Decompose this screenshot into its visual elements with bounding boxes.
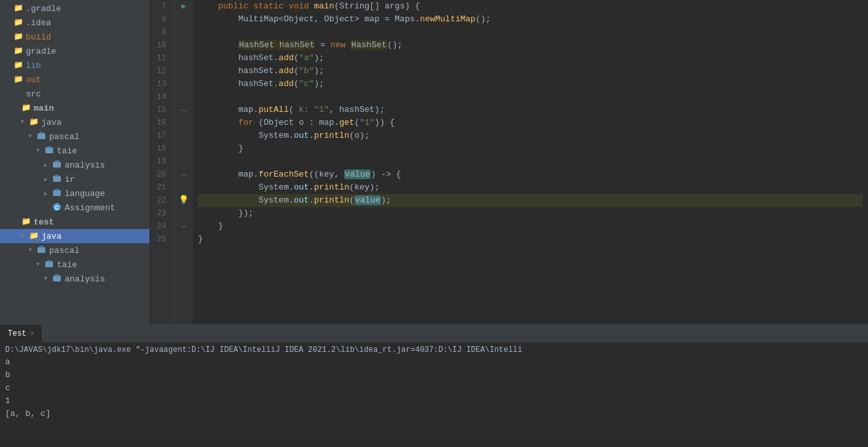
sidebar-item-language[interactable]: ▶language (0, 186, 149, 201)
output-line: a (5, 356, 863, 369)
tab-test-label: Test (8, 329, 27, 338)
code-line-12: hashSet.add("b"); (198, 65, 863, 78)
tree-label-gradle: .gradle (26, 4, 61, 14)
line-number-10: 10 (155, 39, 169, 52)
code-line-11: hashSet.add("a"); (198, 52, 863, 65)
tree-icon-build: 📁 (13, 32, 23, 42)
sidebar-item-taie2[interactable]: ▼taie (0, 257, 149, 272)
editor-area: 78910111213141516171819202122232425 ▶——💡… (150, 0, 868, 324)
gutter-row-7: ▶ (175, 0, 193, 13)
output-line: [a, b, c] (5, 408, 863, 420)
tree-icon-analysis2 (52, 274, 62, 284)
sidebar-item-src[interactable]: src (0, 87, 149, 101)
tree-arrow-language: ▶ (44, 190, 52, 197)
sidebar-item-analysis2[interactable]: ▼analysis (0, 272, 149, 286)
sidebar-item-java[interactable]: ▼📁java (0, 115, 149, 129)
sidebar-item-ir[interactable]: ▶ir (0, 172, 149, 186)
sidebar-item-idea[interactable]: 📁.idea (0, 16, 149, 30)
sidebar-item-pascal2[interactable]: ▼pascal (0, 243, 149, 257)
tree-label-pascal2: pascal (49, 246, 80, 256)
tree-icon-lib: 📁 (13, 60, 23, 71)
output-line: c (5, 382, 863, 395)
tab-close-icon[interactable]: × (30, 330, 35, 338)
line-number-17: 17 (155, 129, 169, 142)
sidebar-item-analysis[interactable]: ▶analysis (0, 158, 149, 172)
svg-rect-1 (39, 132, 43, 134)
tree-label-analysis2: analysis (65, 274, 105, 284)
sidebar-item-taie[interactable]: ▼taie (0, 144, 149, 158)
sidebar-item-gradle[interactable]: 📁.gradle (0, 1, 149, 16)
sidebar-item-java2[interactable]: ▼📁java (0, 229, 149, 243)
sidebar-item-gradle2[interactable]: 📁gradle (0, 44, 149, 58)
code-line-22: System.out.println(value); (198, 194, 863, 207)
gutter-dash-icon: — (181, 104, 186, 116)
tree-label-ir: ir (65, 175, 75, 184)
tree-icon-taie (44, 146, 54, 156)
svg-rect-15 (47, 260, 51, 262)
gutter-row-21 (175, 181, 193, 194)
sidebar-item-test[interactable]: 📁test (0, 215, 149, 229)
line-number-14: 14 (155, 91, 169, 104)
line-number-18: 18 (155, 142, 169, 155)
line-number-23: 23 (155, 207, 169, 220)
svg-rect-17 (55, 274, 59, 276)
code-line-24: } (198, 220, 863, 233)
tree-label-src: src (26, 89, 41, 99)
tree-icon-java: 📁 (28, 117, 39, 127)
tree-arrow-taie: ▼ (36, 147, 44, 154)
gutter: ▶——💡— (175, 0, 193, 324)
run-arrow-icon[interactable]: ▶ (181, 0, 186, 13)
tree-arrow-java: ▼ (21, 119, 28, 125)
tree-icon-pascal2 (36, 245, 47, 256)
tree-arrow-analysis2: ▼ (44, 276, 52, 282)
output-line: 1 (5, 395, 863, 408)
line-number-12: 12 (155, 65, 169, 78)
gutter-row-23 (175, 207, 193, 220)
tree-icon-analysis (52, 160, 62, 170)
tree-icon-java2: 📁 (28, 231, 39, 241)
tree-icon-taie2 (44, 259, 54, 270)
sidebar-item-pascal[interactable]: ▼pascal (0, 129, 149, 144)
svg-rect-3 (47, 146, 51, 148)
bottom-panel: Test× D:\JAVAS\jdk17\bin\java.exe "-java… (0, 324, 868, 447)
tree-label-test: test (34, 217, 54, 227)
bottom-tabs: Test× (0, 325, 868, 343)
sidebar-item-out[interactable]: 📁out (0, 72, 149, 87)
bulb-icon[interactable]: 💡 (179, 194, 189, 207)
line-number-21: 21 (155, 181, 169, 194)
line-number-22: 22 (155, 194, 169, 207)
line-number-15: 15 (155, 104, 169, 116)
svg-rect-12 (38, 247, 45, 253)
line-number-8: 8 (155, 13, 169, 26)
svg-rect-5 (55, 160, 59, 162)
gutter-row-12 (175, 65, 193, 78)
gutter-row-17 (175, 129, 193, 142)
sidebar-item-lib[interactable]: 📁lib (0, 58, 149, 72)
sidebar-item-build[interactable]: 📁build (0, 30, 149, 44)
code-line-16: for (Object o : map.get("1")) { (198, 116, 863, 129)
code-line-25: } (198, 233, 863, 246)
sidebar: 📁.gradle📁.idea📁build📁gradle📁lib📁outsrc📁m… (0, 0, 150, 324)
code-lines[interactable]: public static void main(String[] args) {… (193, 0, 868, 324)
code-container: 78910111213141516171819202122232425 ▶——💡… (150, 0, 868, 324)
sidebar-item-assignment[interactable]: CAssignment (0, 201, 149, 215)
tree-arrow-java2: ▼ (21, 233, 28, 239)
tree-label-language: language (65, 189, 105, 199)
svg-rect-0 (38, 133, 45, 139)
svg-rect-8 (53, 190, 61, 196)
svg-rect-2 (45, 147, 53, 153)
code-line-17: System.out.println(o); (198, 129, 863, 142)
tab-test[interactable]: Test× (0, 325, 43, 343)
tree-label-main: main (34, 104, 54, 113)
line-number-24: 24 (155, 220, 169, 233)
gutter-row-13 (175, 78, 193, 91)
gutter-row-24: — (175, 220, 193, 233)
tree-label-gradle2: gradle (26, 47, 56, 56)
svg-rect-4 (53, 162, 61, 168)
code-line-10: HashSet hashSet = new HashSet(); (198, 39, 863, 52)
svg-rect-7 (55, 175, 59, 177)
gutter-row-22: 💡 (175, 194, 193, 207)
sidebar-item-main[interactable]: 📁main (0, 101, 149, 115)
tree-label-java2: java (41, 232, 61, 241)
tree-label-analysis: analysis (65, 160, 105, 170)
